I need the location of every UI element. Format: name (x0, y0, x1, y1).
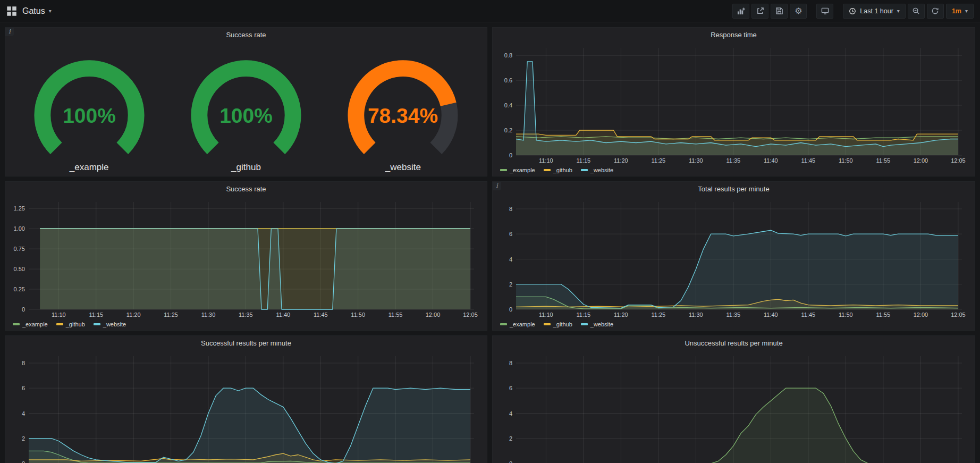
svg-text:2: 2 (509, 281, 512, 288)
svg-text:11:30: 11:30 (689, 157, 703, 164)
legend-item-_github[interactable]: _github (56, 321, 85, 327)
gauge-arc: 78.34% (326, 54, 480, 163)
svg-text:11:25: 11:25 (652, 157, 666, 164)
legend-item-_github[interactable]: _github (544, 321, 572, 327)
panel-title[interactable]: Successful results per minute (5, 336, 487, 351)
timeseries-chart[interactable]: 00.250.500.751.001.2511:1011:1511:2011:2… (7, 197, 483, 319)
gauge-value: 100% (63, 104, 116, 127)
timeseries-chart[interactable]: 0246811:1011:1511:2011:2511:3011:3511:40… (495, 197, 970, 319)
legend-swatch (544, 169, 551, 171)
panel-body: 0246811:1011:1511:2011:2511:3011:3511:40… (493, 197, 975, 330)
gauge-label: _website (385, 162, 421, 173)
svg-text:6: 6 (22, 385, 25, 391)
legend-item-_example[interactable]: _example (500, 321, 535, 327)
panel-successful-results: Successful results per minute 0246811:10… (5, 335, 487, 463)
chart-legend: _example _github _website (7, 319, 483, 329)
legend-label: _github (66, 321, 85, 327)
zoom-out-button[interactable] (908, 4, 925, 19)
panel-title[interactable]: Response time (493, 28, 975, 43)
dashboards-grid-icon[interactable] (6, 6, 17, 16)
legend-label: _website (103, 321, 126, 327)
legend-item-_example[interactable]: _example (13, 321, 48, 327)
svg-text:11:50: 11:50 (351, 312, 365, 318)
chart-svg[interactable]: 0246811:1011:1511:2011:2511:3011:3511:40… (7, 351, 483, 463)
share-dashboard-button[interactable] (751, 4, 768, 19)
panel-body: 00.20.40.60.811:1011:1511:2011:2511:3011… (493, 43, 975, 176)
panel-body: 0246811:1011:1511:2011:2511:3011:3511:40… (493, 351, 975, 463)
clock-icon (849, 7, 856, 15)
info-icon[interactable]: i (5, 28, 14, 36)
time-range-button[interactable]: Last 1 hour ▾ (843, 4, 906, 19)
svg-text:0.50: 0.50 (14, 266, 25, 272)
dashboard-settings-button[interactable]: ⚙ (790, 4, 807, 19)
svg-text:12:05: 12:05 (951, 157, 966, 164)
svg-text:0: 0 (509, 460, 512, 463)
svg-text:4: 4 (22, 410, 25, 417)
svg-text:11:20: 11:20 (614, 312, 628, 318)
panel-total-results: i Total results per minute 0246811:1011:… (492, 181, 975, 331)
chart-svg[interactable]: 0246811:1011:1511:2011:2511:3011:3511:40… (495, 197, 970, 319)
bar-chart-plus-icon (737, 7, 745, 15)
legend-item-_website[interactable]: _website (581, 321, 613, 327)
svg-text:12:00: 12:00 (914, 312, 928, 318)
legend-label: _github (553, 321, 572, 327)
svg-text:2: 2 (22, 435, 25, 442)
panel-title[interactable]: Unsuccessful results per minute (493, 336, 975, 351)
panel-title[interactable]: Success rate (5, 28, 487, 43)
refresh-interval-label: 1m (952, 7, 961, 15)
svg-text:1.00: 1.00 (14, 225, 25, 232)
svg-text:4: 4 (509, 410, 512, 417)
panel-body: 00.250.500.751.001.2511:1011:1511:2011:2… (5, 197, 487, 330)
legend-swatch (544, 323, 551, 325)
svg-text:0.25: 0.25 (14, 286, 25, 292)
navbar-left: Gatus ▾ (6, 6, 52, 16)
gauge-_github: 100% _github (169, 44, 323, 173)
save-dashboard-button[interactable] (771, 4, 788, 19)
svg-text:11:45: 11:45 (801, 157, 816, 164)
chart-svg[interactable]: 00.20.40.60.811:1011:1511:2011:2511:3011… (495, 43, 970, 165)
gauge-label: _github (231, 162, 261, 173)
legend-item-_example[interactable]: _example (500, 167, 535, 173)
panel-response-time: Response time 00.20.40.60.811:1011:1511:… (492, 27, 975, 176)
svg-text:8: 8 (22, 360, 25, 366)
tv-mode-button[interactable] (816, 4, 833, 19)
panel-title[interactable]: Success rate (5, 182, 487, 197)
svg-text:11:20: 11:20 (126, 312, 141, 318)
gauge-row: 100% _example 100% _github 78.34% _websi… (5, 43, 487, 176)
svg-text:0: 0 (22, 306, 25, 313)
dashboard-title: Gatus (22, 6, 45, 16)
svg-text:11:15: 11:15 (89, 312, 103, 318)
svg-text:0.4: 0.4 (504, 102, 512, 108)
legend-label: _website (590, 167, 613, 173)
legend-item-_website[interactable]: _website (94, 321, 126, 327)
refresh-interval-button[interactable]: 1m ▾ (946, 4, 974, 19)
share-icon (756, 7, 764, 15)
legend-label: _example (22, 321, 48, 327)
add-panel-button[interactable] (732, 4, 749, 19)
svg-text:11:45: 11:45 (801, 312, 816, 318)
legend-label: _github (553, 167, 572, 173)
svg-text:11:10: 11:10 (52, 312, 66, 318)
refresh-button[interactable] (927, 4, 944, 19)
zoom-out-icon (912, 7, 920, 15)
svg-text:0.6: 0.6 (504, 77, 512, 83)
svg-text:2: 2 (509, 435, 512, 442)
monitor-icon (821, 7, 829, 15)
dashboard-grid: i Success rate 100% _example 100% _githu… (0, 22, 980, 463)
panel-title[interactable]: Total results per minute (493, 182, 975, 197)
gauge-value: 100% (219, 104, 273, 127)
legend-item-_github[interactable]: _github (544, 167, 572, 173)
legend-item-_website[interactable]: _website (581, 167, 613, 173)
svg-text:11:35: 11:35 (239, 312, 253, 318)
svg-text:11:55: 11:55 (388, 312, 403, 318)
info-icon[interactable]: i (493, 182, 501, 190)
chart-svg[interactable]: 0246811:1011:1511:2011:2511:3011:3511:40… (495, 351, 970, 463)
time-range-label: Last 1 hour (860, 7, 893, 15)
timeseries-chart[interactable]: 00.20.40.60.811:1011:1511:2011:2511:3011… (495, 43, 970, 165)
timeseries-chart[interactable]: 0246811:1011:1511:2011:2511:3011:3511:40… (7, 351, 483, 463)
svg-text:11:25: 11:25 (652, 312, 666, 318)
chart-svg[interactable]: 00.250.500.751.001.2511:1011:1511:2011:2… (7, 197, 483, 319)
svg-text:0.75: 0.75 (14, 246, 25, 252)
timeseries-chart[interactable]: 0246811:1011:1511:2011:2511:3011:3511:40… (495, 351, 970, 463)
dashboard-title-dropdown[interactable]: Gatus ▾ (22, 6, 52, 16)
